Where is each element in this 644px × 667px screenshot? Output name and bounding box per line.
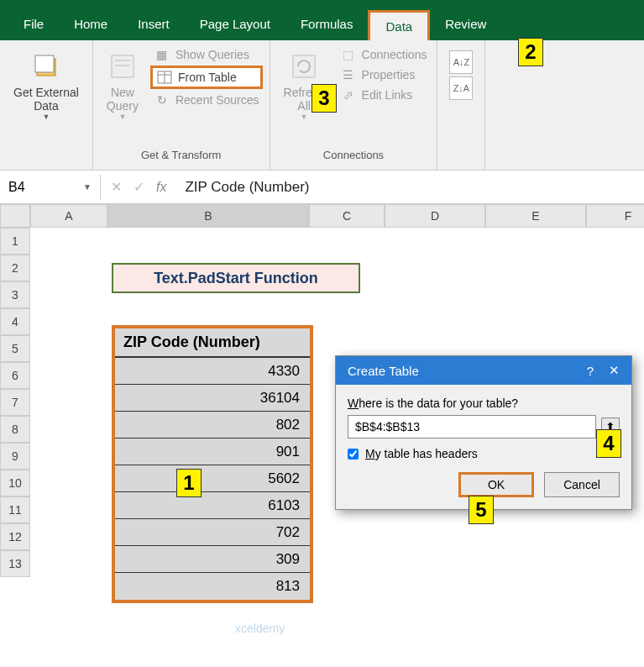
table-row[interactable]: 6103 — [115, 492, 310, 519]
column-header-D[interactable]: D — [385, 204, 485, 228]
from-table-button[interactable]: From Table — [150, 66, 263, 89]
close-icon[interactable]: ✕ — [609, 363, 620, 378]
column-header-E[interactable]: E — [485, 204, 586, 228]
properties-label: Properties — [362, 68, 416, 81]
chevron-down-icon: ▼ — [42, 113, 50, 121]
headers-checkbox[interactable] — [348, 449, 359, 460]
row-header-10[interactable]: 10 — [0, 470, 30, 496]
row-header-5[interactable]: 5 — [0, 335, 30, 362]
column-header-A[interactable]: A — [30, 204, 107, 228]
recent-icon: ↻ — [154, 92, 170, 108]
annotation-2: 2 — [518, 38, 543, 66]
dialog-titlebar[interactable]: Create Table ? ✕ — [336, 356, 631, 385]
table-icon — [156, 70, 173, 85]
edit-links-button[interactable]: ⬀ Edit Links — [337, 86, 431, 104]
chevron-down-icon: ▼ — [301, 113, 308, 121]
select-all-corner[interactable] — [0, 204, 30, 228]
table-row[interactable]: 309 — [115, 546, 310, 573]
title-cell[interactable]: Text.PadStart Function — [112, 263, 360, 293]
dialog-question: WWhere is the data for your table?here i… — [348, 397, 620, 410]
svg-rect-1 — [35, 55, 54, 72]
enter-icon[interactable]: ✓ — [134, 179, 144, 195]
cancel-icon[interactable]: ✕ — [111, 179, 122, 195]
ribbon-group-sort: A↓Z Z↓A — [437, 40, 485, 170]
column-header-C[interactable]: C — [309, 204, 385, 228]
ribbon-group-get-transform: New Query ▼ ▦ Show Queries From Table ↻ … — [93, 40, 270, 170]
refresh-icon — [288, 50, 320, 82]
connections-label: Connections — [362, 48, 427, 61]
table-row[interactable]: 36104 — [115, 385, 310, 412]
menu-home[interactable]: Home — [59, 10, 123, 38]
row-header-3[interactable]: 3 — [0, 281, 30, 308]
help-icon[interactable]: ? — [587, 364, 594, 378]
formula-bar-row: B4 ▼ ✕ ✓ fx ZIP Code (Number) — [0, 171, 644, 204]
table-row[interactable]: 5602 — [115, 465, 310, 492]
row-header-12[interactable]: 12 — [0, 523, 30, 550]
menu-formulas[interactable]: Formulas — [285, 10, 369, 38]
new-query-icon — [107, 50, 139, 82]
row-header-13[interactable]: 13 — [0, 550, 30, 577]
menu-data[interactable]: Data — [368, 10, 430, 40]
fx-icon[interactable]: fx — [156, 180, 166, 195]
new-query-label: New Query — [107, 86, 139, 113]
chevron-down-icon[interactable]: ▼ — [83, 182, 92, 192]
show-queries-label: Show Queries — [175, 48, 249, 61]
dialog-title-text: Create Table — [348, 364, 419, 378]
formula-bar-input[interactable]: ZIP Code (Number) — [176, 179, 309, 196]
row-header-6[interactable]: 6 — [0, 362, 30, 389]
table-header-cell[interactable]: ZIP Code (Number) — [115, 328, 310, 358]
row-header-11[interactable]: 11 — [0, 496, 30, 523]
selected-table[interactable]: ZIP Code (Number) 4330361048029015602610… — [112, 325, 313, 603]
sort-asc-button[interactable]: A↓Z — [449, 50, 473, 74]
column-header-B[interactable]: B — [107, 204, 309, 228]
menu-bar: File Home Insert Page Layout Formulas Da… — [0, 7, 644, 40]
annotation-5: 5 — [469, 496, 494, 524]
new-query-button[interactable]: New Query ▼ — [100, 45, 145, 126]
edit-links-label: Edit Links — [362, 88, 413, 102]
sort-desc-button[interactable]: Z↓A — [449, 76, 473, 100]
table-row[interactable]: 702 — [115, 519, 310, 546]
row-header-1[interactable]: 1 — [0, 228, 30, 255]
row-header-2[interactable]: 2 — [0, 255, 30, 281]
get-external-data-label: Get External Data — [13, 86, 79, 113]
sort-desc-icon: Z↓A — [453, 83, 470, 93]
connections-group-label: Connections — [277, 145, 431, 165]
table-row[interactable]: 802 — [115, 412, 310, 439]
menu-file[interactable]: File — [8, 10, 59, 38]
menu-review[interactable]: Review — [430, 10, 501, 38]
annotation-4: 4 — [596, 429, 621, 458]
ribbon-group-connections: Refresh All ▼ ⬚ Connections ☰ Properties… — [270, 40, 438, 170]
row-header-8[interactable]: 8 — [0, 416, 30, 443]
name-box[interactable]: B4 ▼ — [0, 175, 101, 200]
annotation-3: 3 — [312, 84, 337, 113]
range-input[interactable] — [348, 415, 596, 439]
connections-button[interactable]: ⬚ Connections — [337, 45, 431, 64]
svg-rect-2 — [112, 55, 134, 77]
sort-asc-icon: A↓Z — [453, 57, 470, 67]
row-header-9[interactable]: 9 — [0, 443, 30, 470]
recent-sources-label: Recent Sources — [175, 93, 259, 107]
table-row[interactable]: 813 — [115, 573, 310, 600]
column-header-F[interactable]: F — [586, 204, 644, 228]
watermark: xceldemy — [235, 622, 285, 635]
row-header-7[interactable]: 7 — [0, 389, 30, 416]
menu-page-layout[interactable]: Page Layout — [185, 10, 285, 38]
cancel-button[interactable]: Cancel — [544, 472, 620, 497]
recent-sources-button[interactable]: ↻ Recent Sources — [150, 91, 263, 109]
table-row[interactable]: 4330 — [115, 358, 310, 385]
title-bar — [0, 0, 644, 7]
show-queries-button[interactable]: ▦ Show Queries — [150, 45, 263, 64]
get-external-data-button[interactable]: Get External Data ▼ — [7, 45, 86, 126]
get-transform-group-label: Get & Transform — [100, 145, 263, 165]
menu-insert[interactable]: Insert — [123, 10, 185, 38]
from-table-label: From Table — [178, 71, 237, 84]
queries-icon: ▦ — [154, 47, 170, 62]
table-row[interactable]: 901 — [115, 439, 310, 465]
edit-links-icon: ⬀ — [340, 87, 357, 102]
properties-button[interactable]: ☰ Properties — [337, 66, 431, 84]
ribbon-group-external: Get External Data ▼ — [0, 40, 93, 170]
headers-checkbox-label: My table has headersMy table has headers — [365, 447, 478, 460]
svg-rect-8 — [293, 55, 315, 77]
row-header-4[interactable]: 4 — [0, 308, 30, 335]
ok-button[interactable]: OK — [458, 472, 534, 497]
